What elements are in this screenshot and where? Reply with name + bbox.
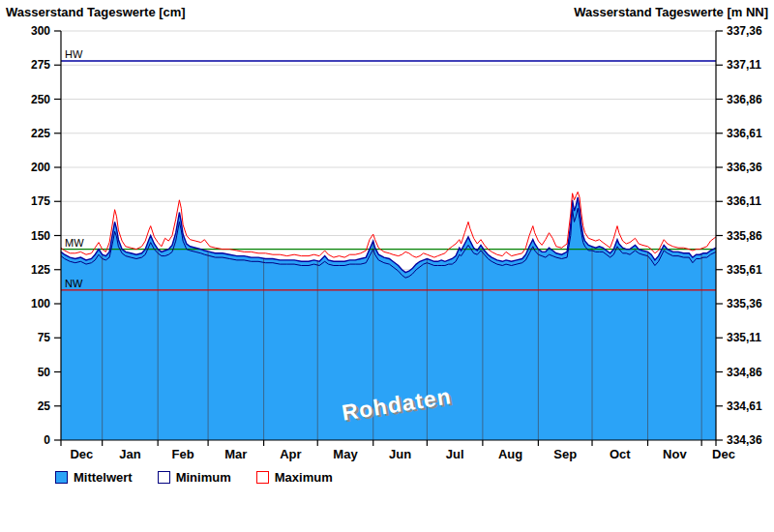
svg-text:Sep: Sep <box>553 447 577 461</box>
svg-text:334,61: 334,61 <box>727 399 762 413</box>
svg-text:334,86: 334,86 <box>727 366 762 379</box>
left-axis-title: Wasserstand Tageswerte [cm] <box>6 5 186 19</box>
minimum-swatch-icon <box>158 471 170 484</box>
svg-text:275: 275 <box>31 58 50 72</box>
svg-text:Mar: Mar <box>224 447 247 461</box>
svg-text:HW: HW <box>65 48 83 60</box>
legend-item-minimum: Minimum <box>158 470 231 485</box>
right-axis-title: Wasserstand Tageswerte [m NN] <box>574 5 768 19</box>
legend-item-maximum: Maximum <box>256 470 333 485</box>
svg-text:50: 50 <box>38 366 51 379</box>
svg-text:Apr: Apr <box>280 447 301 461</box>
svg-text:Dec: Dec <box>712 447 735 461</box>
legend-item-mittelwert: Mittelwert <box>55 470 133 485</box>
svg-text:335,11: 335,11 <box>727 331 761 344</box>
svg-text:336,86: 336,86 <box>727 93 762 106</box>
svg-text:175: 175 <box>31 194 50 208</box>
plot-area: HWMWNW3002752502252001751501251007550250… <box>0 0 774 466</box>
svg-text:335,36: 335,36 <box>727 297 762 310</box>
svg-text:0: 0 <box>44 433 50 447</box>
mittelwert-swatch-icon <box>55 471 68 484</box>
svg-text:Jul: Jul <box>446 447 464 461</box>
maximum-swatch-icon <box>256 471 269 484</box>
svg-text:336,61: 336,61 <box>727 127 762 140</box>
svg-text:335,86: 335,86 <box>727 229 762 243</box>
svg-text:Aug: Aug <box>498 447 522 461</box>
svg-text:250: 250 <box>31 93 50 106</box>
svg-text:336,11: 336,11 <box>727 194 761 208</box>
svg-text:100: 100 <box>31 297 50 310</box>
svg-text:Jan: Jan <box>119 447 140 461</box>
svg-text:337,11: 337,11 <box>727 58 761 72</box>
svg-text:Nov: Nov <box>663 447 687 461</box>
svg-text:125: 125 <box>31 263 50 277</box>
right-axis-ticks: 337,36337,11336,86336,61336,36336,11335,… <box>716 24 762 447</box>
legend-label-mittelwert: Mittelwert <box>74 470 133 485</box>
svg-text:334,36: 334,36 <box>727 433 762 447</box>
water-level-chart-window: Wasserstand Tageswerte [cm] Wasserstand … <box>0 0 774 532</box>
svg-text:337,36: 337,36 <box>727 24 762 38</box>
legend: Mittelwert Minimum Maximum <box>55 470 333 485</box>
svg-text:75: 75 <box>38 331 51 344</box>
legend-label-maximum: Maximum <box>275 470 333 485</box>
legend-label-minimum: Minimum <box>176 470 231 485</box>
svg-text:MW: MW <box>65 237 84 249</box>
mittelwert-area <box>61 197 716 440</box>
left-axis-ticks: 3002752502252001751501251007550250 <box>31 24 61 447</box>
svg-text:NW: NW <box>65 278 83 289</box>
svg-text:200: 200 <box>31 161 50 174</box>
svg-text:Feb: Feb <box>172 447 194 461</box>
svg-text:150: 150 <box>31 229 50 243</box>
svg-text:Dec: Dec <box>70 447 93 461</box>
svg-text:335,61: 335,61 <box>727 263 762 277</box>
svg-text:225: 225 <box>31 127 50 140</box>
svg-text:May: May <box>333 447 358 461</box>
svg-text:336,36: 336,36 <box>727 161 762 174</box>
svg-text:300: 300 <box>31 24 50 38</box>
svg-text:Jun: Jun <box>389 447 411 461</box>
x-axis-ticks: DecJanFebMarAprMayJunJulAugSepOctNovDec <box>61 440 735 461</box>
svg-text:25: 25 <box>38 399 51 413</box>
svg-text:Oct: Oct <box>610 447 631 461</box>
